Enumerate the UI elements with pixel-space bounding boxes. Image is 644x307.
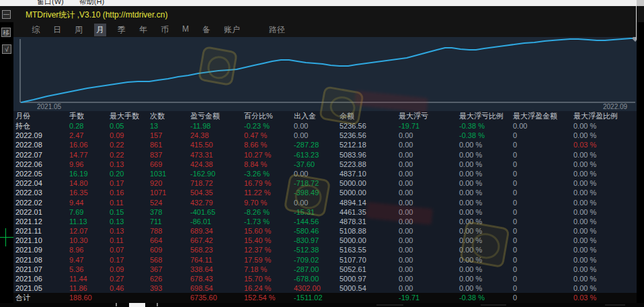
table-row-2022.09[interactable]: 2022.092.470.0915724.380.47 %0.005236.56… [13, 131, 637, 140]
cell: 0.00 % [459, 255, 513, 265]
row-label: 2022.07 [15, 150, 69, 160]
cell: 0 [513, 226, 573, 236]
cell: 0.00 [399, 169, 459, 178]
cell: 8.96 [69, 245, 110, 254]
cell: 0.00 [399, 207, 459, 217]
cell: 16.19 [69, 169, 110, 178]
cell: 669 [150, 160, 190, 169]
table-row-2021.11[interactable]: 2021.1112.070.13788689.3415.60 %-580.465… [13, 226, 637, 236]
column-header[interactable]: 最大浮亏 [399, 111, 459, 121]
cell: 16.06 [69, 140, 110, 149]
tab-周[interactable]: 周 [73, 24, 85, 36]
table-row-2022.02[interactable]: 2022.029.440.11524432.799.70 %0.004894.1… [13, 198, 637, 207]
menu-bar-tail [637, 0, 644, 6]
cell: 0.00 % [573, 245, 637, 254]
column-header[interactable]: 最大浮亏比例 [459, 111, 513, 121]
row-label: 2021.05 [15, 283, 69, 293]
chart-canvas [13, 37, 637, 111]
cell: 5236.56 [339, 121, 399, 131]
minimize-button[interactable]: — [2, 10, 11, 19]
row-label: 2022.04 [15, 178, 69, 188]
crosshair-icon [0, 237, 13, 238]
cell [110, 293, 150, 302]
row-label: 2021.12 [15, 217, 69, 226]
row-label: 2022.02 [15, 198, 69, 207]
cell: 0.00 [294, 131, 339, 140]
row-label: 合计 [15, 293, 69, 302]
cell: 0.11 [110, 198, 150, 207]
row-label: 2022.01 [15, 207, 69, 217]
cell: 0.00 % [573, 121, 637, 131]
tab-币[interactable]: 币 [159, 24, 171, 36]
window-title: MTDriver统计 ,V3.10 (http://mtdriver.cn) [26, 9, 167, 21]
cell: 0.00 % [459, 283, 513, 293]
cell: -37.60 [294, 160, 339, 169]
column-header[interactable]: 次数 [150, 111, 190, 121]
table-row-2021.07[interactable]: 2021.075.360.09367338.647.18 %-287.00505… [13, 265, 637, 274]
x-axis-end-label: 2022.09 [603, 103, 627, 110]
tab-年[interactable]: 年 [137, 24, 149, 36]
table-row-2021.10[interactable]: 2021.1010.300.11664667.4215.40 %-830.975… [13, 236, 637, 245]
column-header[interactable]: 最大浮盈金额 [513, 111, 573, 121]
tab-M[interactable]: M [180, 24, 191, 36]
path-label[interactable]: 路径 [269, 24, 285, 36]
cell: 0.00 [399, 283, 459, 293]
cell: 689.34 [190, 226, 244, 236]
cell: 0.07 [110, 245, 150, 254]
table-row-2022.08[interactable]: 2022.0816.060.22861415.508.66 %-287.2852… [13, 140, 637, 149]
table-row-2021.09[interactable]: 2021.098.960.07609568.2312.37 %-512.3851… [13, 245, 637, 254]
tab-日[interactable]: 日 [51, 24, 63, 36]
table-row-2021.08[interactable]: 2021.089.470.17568764.1117.59 %-709.0251… [13, 255, 637, 265]
cell: 837 [150, 150, 190, 160]
cell: 12.07 [69, 226, 110, 236]
cell: 0 [513, 188, 573, 197]
table-row-2022.05[interactable]: 2022.0516.190.201031-162.90-3.26 %0.0048… [13, 169, 637, 178]
column-header[interactable]: 百分比% [244, 111, 294, 121]
tab-月[interactable]: 月 [94, 24, 106, 36]
cell: 0.27 [110, 274, 150, 283]
table-row-合计[interactable]: 合计188.606735.60152.54 %-1511.02-19.71-0.… [13, 293, 637, 302]
table-row-2021.06[interactable]: 2021.0611.440.27626678.4315.70 %-678.005… [13, 274, 637, 283]
cell: 0 [513, 140, 573, 149]
move-tool-icon[interactable]: 移 [1, 28, 11, 37]
column-header[interactable]: 最大浮盈比例 [573, 111, 637, 121]
table-row-2021.12[interactable]: 2021.1211.130.13711-86.01-1.73 %-144.564… [13, 217, 637, 226]
cell: 0.00 % [573, 169, 637, 178]
check-tool-icon[interactable]: √ [2, 44, 11, 54]
cell: 0.13 [110, 160, 150, 169]
column-header[interactable]: 最大手数 [110, 111, 150, 121]
cell: 16.79 % [244, 178, 294, 188]
cell: -19.71 [399, 121, 459, 131]
tab-综[interactable]: 综 [30, 24, 42, 36]
table-row-2022.03[interactable]: 2022.0316.350.161071504.3511.22 %-398.49… [13, 188, 637, 197]
table-row-2022.01[interactable]: 2022.017.690.15378-401.65-8.26 %-15.3144… [13, 207, 637, 217]
table-row-2022.06[interactable]: 2022.069.960.13669424.388.84 %-37.605223… [13, 160, 637, 169]
menu-item-help[interactable]: 帮助(H) [79, 0, 104, 6]
table-row-2021.05[interactable]: 2021.0511.860.46393698.5416.24 %4302.005… [13, 283, 637, 293]
cell: 0.00 % [459, 178, 513, 188]
cell: 5083.96 [339, 150, 399, 160]
cell: 5000.97 [339, 274, 399, 283]
cell: 0.17 [110, 255, 150, 265]
cell: 0.00 [399, 160, 459, 169]
balance-chart: 2021.05 2022.09 [13, 37, 637, 111]
cell: -718.72 [294, 178, 339, 188]
cell: 678.43 [190, 274, 244, 283]
tab-季[interactable]: 季 [116, 24, 128, 36]
tab-备[interactable]: 备 [200, 24, 212, 36]
menu-item-window[interactable]: 窗口(W) [37, 0, 64, 6]
cell: 0.00 % [573, 217, 637, 226]
cell: 6735.60 [190, 293, 244, 302]
column-header[interactable]: 余额 [339, 111, 399, 121]
column-header[interactable]: 出入金 [294, 111, 339, 121]
cell: 0.00 [399, 131, 459, 140]
table-row-持仓[interactable]: 持仓0.280.0513-11.98-0.23 %0.005236.56-19.… [13, 121, 637, 131]
table-row-2022.04[interactable]: 2022.0414.800.17920718.7216.79 %-718.725… [13, 178, 637, 188]
cell: 504.35 [190, 188, 244, 197]
table-row-2022.07[interactable]: 2022.0714.770.22837473.3110.27 %-613.235… [13, 150, 637, 160]
cell: 424.38 [190, 160, 244, 169]
column-header[interactable]: 月份 [15, 111, 69, 121]
column-header[interactable]: 手数 [69, 111, 110, 121]
tab-账户[interactable]: 账户 [222, 24, 242, 36]
column-header[interactable]: 盈亏金额 [190, 111, 244, 121]
